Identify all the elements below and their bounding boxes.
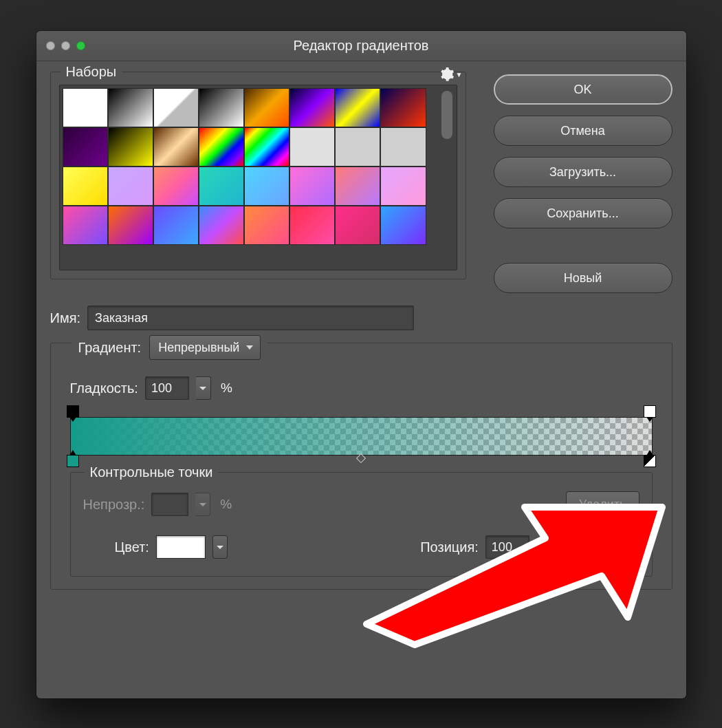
smoothness-label: Гладкость: [70,381,138,396]
save-button[interactable]: Сохранить... [494,198,672,228]
opacity-stop-end[interactable] [644,405,656,418]
preset-swatch[interactable] [153,88,199,127]
presets-panel: Наборы ▼ [50,72,466,279]
new-button[interactable]: Новый [494,263,672,293]
scrollbar-thumb[interactable] [441,91,452,139]
preset-swatch[interactable] [199,127,244,167]
preset-swatch[interactable] [380,167,426,206]
preset-swatch[interactable] [108,127,153,167]
chevron-down-icon: ▼ [456,71,463,78]
opacity-stop-start[interactable] [67,405,79,418]
smoothness-unit: % [221,381,232,396]
opacity-label: Непрозр.: [83,497,145,513]
window-close-button[interactable] [46,41,55,50]
load-button[interactable]: Загрузить... [494,157,672,187]
opacity-delete-button[interactable]: Удалить [566,491,639,517]
color-dropdown[interactable] [212,535,228,559]
opacity-stepper [195,493,210,516]
preset-swatch[interactable] [63,206,108,245]
preset-swatch[interactable] [153,167,199,206]
smoothness-input[interactable] [145,376,189,400]
name-input[interactable] [87,306,414,330]
preset-swatch[interactable] [335,127,380,167]
window-maximize-button[interactable] [76,41,85,50]
color-well[interactable] [156,535,206,559]
preset-swatch[interactable] [289,206,335,245]
preset-swatch[interactable] [108,88,153,127]
preset-swatch[interactable] [335,167,380,206]
gradient-bar[interactable] [70,417,653,456]
preset-swatch[interactable] [153,127,199,167]
preset-swatch[interactable] [380,127,426,167]
preset-swatch[interactable] [108,206,153,245]
cancel-button[interactable]: Отмена [494,116,672,146]
gradient-editor-window: Редактор градиентов Наборы ▼ [36,31,686,698]
gradient-layer [71,418,652,455]
gradient-type-select[interactable]: Непрерывный [149,335,261,360]
smoothness-stepper[interactable] [196,376,211,400]
preset-swatch[interactable] [244,127,289,167]
preset-swatch[interactable] [335,206,380,245]
presets-settings-button[interactable]: ▼ [439,67,463,82]
stops-panel-label: Контрольные точки [85,464,219,480]
ok-button[interactable]: OK [494,74,672,105]
position-unit: % [539,539,551,555]
preset-swatch[interactable] [244,167,289,206]
window-minimize-button[interactable] [61,41,70,50]
opacity-unit: % [220,497,232,512]
gradient-panel: Градиент: Непрерывный Гладкость: % [50,343,672,590]
position-label: Позиция: [420,539,479,555]
presets-grid-container [59,85,457,270]
window-title: Редактор градиентов [36,38,686,54]
preset-swatch[interactable] [289,127,335,167]
color-stop-start[interactable] [67,455,79,467]
preset-swatch[interactable] [63,167,108,206]
gradient-type-label: Градиент: [78,340,142,356]
color-label: Цвет: [115,539,149,555]
name-label: Имя: [50,310,81,326]
preset-swatch[interactable] [244,206,289,245]
preset-swatch[interactable] [244,88,289,127]
midpoint-marker[interactable] [356,453,366,463]
opacity-input [151,493,188,516]
presets-grid [63,88,426,267]
presets-scrollbar[interactable] [441,91,452,264]
preset-swatch[interactable] [199,88,244,127]
preset-swatch[interactable] [289,167,335,206]
preset-swatch[interactable] [63,127,108,167]
color-delete-button[interactable]: Удалить [566,534,639,560]
window-traffic-lights [36,41,85,50]
stops-panel: Контрольные точки Непрозр.: % Удалить Цв… [70,472,653,577]
color-stop-end[interactable] [644,455,656,467]
preset-swatch[interactable] [63,88,108,127]
presets-label: Наборы [61,64,122,80]
preset-swatch[interactable] [380,206,426,245]
position-input[interactable] [485,535,529,559]
titlebar: Редактор градиентов [36,31,686,61]
preset-swatch[interactable] [199,167,244,206]
gradient-type-value: Непрерывный [158,341,239,355]
preset-swatch[interactable] [108,167,153,206]
preset-swatch[interactable] [289,88,335,127]
gear-icon [439,67,455,82]
preset-swatch[interactable] [153,206,199,245]
preset-swatch[interactable] [199,206,244,245]
preset-swatch[interactable] [335,88,380,127]
preset-swatch[interactable] [380,88,426,127]
